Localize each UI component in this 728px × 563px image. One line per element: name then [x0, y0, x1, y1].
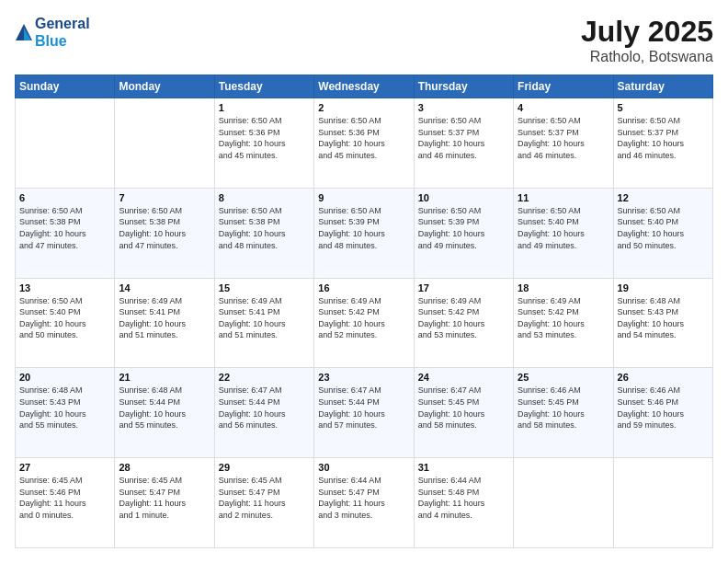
- day-info: Sunrise: 6:48 AM Sunset: 5:43 PM Dayligh…: [618, 295, 709, 341]
- day-cell: 16Sunrise: 6:49 AM Sunset: 5:42 PM Dayli…: [314, 278, 414, 368]
- day-cell: [514, 458, 613, 548]
- week-row-3: 13Sunrise: 6:50 AM Sunset: 5:40 PM Dayli…: [16, 278, 713, 368]
- page: General Blue July 2025 Ratholo, Botswana…: [0, 0, 728, 563]
- day-cell: 8Sunrise: 6:50 AM Sunset: 5:38 PM Daylig…: [214, 188, 313, 278]
- day-info: Sunrise: 6:50 AM Sunset: 5:37 PM Dayligh…: [618, 115, 709, 161]
- day-cell: 20Sunrise: 6:48 AM Sunset: 5:43 PM Dayli…: [16, 368, 115, 458]
- day-cell: 2Sunrise: 6:50 AM Sunset: 5:36 PM Daylig…: [314, 98, 414, 189]
- day-info: Sunrise: 6:49 AM Sunset: 5:42 PM Dayligh…: [518, 295, 609, 341]
- day-cell: 23Sunrise: 6:47 AM Sunset: 5:44 PM Dayli…: [314, 368, 414, 458]
- day-info: Sunrise: 6:50 AM Sunset: 5:39 PM Dayligh…: [418, 205, 509, 251]
- day-number: 20: [19, 372, 110, 383]
- day-cell: 27Sunrise: 6:45 AM Sunset: 5:46 PM Dayli…: [16, 458, 115, 548]
- week-row-4: 20Sunrise: 6:48 AM Sunset: 5:43 PM Dayli…: [16, 368, 713, 458]
- day-info: Sunrise: 6:49 AM Sunset: 5:41 PM Dayligh…: [219, 295, 310, 341]
- day-number: 17: [418, 282, 509, 293]
- day-info: Sunrise: 6:44 AM Sunset: 5:47 PM Dayligh…: [318, 475, 409, 521]
- day-number: 13: [19, 282, 110, 293]
- day-info: Sunrise: 6:48 AM Sunset: 5:43 PM Dayligh…: [19, 385, 110, 431]
- day-info: Sunrise: 6:50 AM Sunset: 5:38 PM Dayligh…: [219, 205, 310, 251]
- day-number: 1: [219, 102, 310, 113]
- day-cell: [613, 458, 712, 548]
- day-cell: 25Sunrise: 6:46 AM Sunset: 5:45 PM Dayli…: [514, 368, 613, 458]
- day-number: 6: [19, 192, 110, 203]
- day-number: 18: [518, 282, 609, 293]
- month-title: July 2025: [581, 15, 713, 49]
- day-number: 28: [119, 462, 210, 473]
- day-cell: 15Sunrise: 6:49 AM Sunset: 5:41 PM Dayli…: [214, 278, 313, 368]
- logo: General Blue: [15, 15, 90, 50]
- day-info: Sunrise: 6:45 AM Sunset: 5:46 PM Dayligh…: [19, 475, 110, 521]
- day-info: Sunrise: 6:49 AM Sunset: 5:41 PM Dayligh…: [119, 295, 210, 341]
- day-info: Sunrise: 6:50 AM Sunset: 5:40 PM Dayligh…: [19, 295, 110, 341]
- day-info: Sunrise: 6:47 AM Sunset: 5:44 PM Dayligh…: [219, 385, 310, 431]
- day-number: 5: [618, 102, 709, 113]
- day-cell: 22Sunrise: 6:47 AM Sunset: 5:44 PM Dayli…: [214, 368, 313, 458]
- day-info: Sunrise: 6:45 AM Sunset: 5:47 PM Dayligh…: [119, 475, 210, 521]
- col-header-thursday: Thursday: [414, 75, 513, 98]
- day-cell: 9Sunrise: 6:50 AM Sunset: 5:39 PM Daylig…: [314, 188, 414, 278]
- day-number: 4: [518, 102, 609, 113]
- location-title: Ratholo, Botswana: [581, 49, 713, 65]
- day-cell: 4Sunrise: 6:50 AM Sunset: 5:37 PM Daylig…: [514, 98, 613, 189]
- day-cell: 5Sunrise: 6:50 AM Sunset: 5:37 PM Daylig…: [613, 98, 712, 189]
- col-header-friday: Friday: [514, 75, 613, 98]
- day-info: Sunrise: 6:45 AM Sunset: 5:47 PM Dayligh…: [219, 475, 310, 521]
- day-info: Sunrise: 6:50 AM Sunset: 5:40 PM Dayligh…: [618, 205, 709, 251]
- day-cell: 26Sunrise: 6:46 AM Sunset: 5:46 PM Dayli…: [613, 368, 712, 458]
- col-header-saturday: Saturday: [613, 75, 712, 98]
- day-info: Sunrise: 6:50 AM Sunset: 5:39 PM Dayligh…: [318, 205, 409, 251]
- day-number: 3: [418, 102, 509, 113]
- day-info: Sunrise: 6:50 AM Sunset: 5:38 PM Dayligh…: [19, 205, 110, 251]
- day-info: Sunrise: 6:50 AM Sunset: 5:37 PM Dayligh…: [418, 115, 509, 161]
- day-number: 8: [219, 192, 310, 203]
- day-cell: 24Sunrise: 6:47 AM Sunset: 5:45 PM Dayli…: [414, 368, 513, 458]
- day-number: 24: [418, 372, 509, 383]
- day-info: Sunrise: 6:49 AM Sunset: 5:42 PM Dayligh…: [418, 295, 509, 341]
- day-cell: 21Sunrise: 6:48 AM Sunset: 5:44 PM Dayli…: [115, 368, 214, 458]
- day-number: 7: [119, 192, 210, 203]
- day-number: 15: [219, 282, 310, 293]
- day-number: 11: [518, 192, 609, 203]
- day-number: 29: [219, 462, 310, 473]
- day-cell: 12Sunrise: 6:50 AM Sunset: 5:40 PM Dayli…: [613, 188, 712, 278]
- day-number: 16: [318, 282, 409, 293]
- day-info: Sunrise: 6:50 AM Sunset: 5:40 PM Dayligh…: [518, 205, 609, 251]
- week-row-2: 6Sunrise: 6:50 AM Sunset: 5:38 PM Daylig…: [16, 188, 713, 278]
- day-cell: 11Sunrise: 6:50 AM Sunset: 5:40 PM Dayli…: [514, 188, 613, 278]
- col-header-monday: Monday: [115, 75, 214, 98]
- day-info: Sunrise: 6:46 AM Sunset: 5:46 PM Dayligh…: [618, 385, 709, 431]
- day-number: 10: [418, 192, 509, 203]
- day-cell: 30Sunrise: 6:44 AM Sunset: 5:47 PM Dayli…: [314, 458, 414, 548]
- day-cell: 13Sunrise: 6:50 AM Sunset: 5:40 PM Dayli…: [16, 278, 115, 368]
- day-info: Sunrise: 6:47 AM Sunset: 5:45 PM Dayligh…: [418, 385, 509, 431]
- day-info: Sunrise: 6:46 AM Sunset: 5:45 PM Dayligh…: [518, 385, 609, 431]
- day-number: 26: [618, 372, 709, 383]
- day-number: 2: [318, 102, 409, 113]
- day-number: 25: [518, 372, 609, 383]
- logo-icon: [15, 23, 33, 41]
- day-info: Sunrise: 6:47 AM Sunset: 5:44 PM Dayligh…: [318, 385, 409, 431]
- day-info: Sunrise: 6:50 AM Sunset: 5:36 PM Dayligh…: [219, 115, 310, 161]
- day-number: 9: [318, 192, 409, 203]
- day-cell: 7Sunrise: 6:50 AM Sunset: 5:38 PM Daylig…: [115, 188, 214, 278]
- week-row-5: 27Sunrise: 6:45 AM Sunset: 5:46 PM Dayli…: [16, 458, 713, 548]
- day-cell: 28Sunrise: 6:45 AM Sunset: 5:47 PM Dayli…: [115, 458, 214, 548]
- week-row-1: 1Sunrise: 6:50 AM Sunset: 5:36 PM Daylig…: [16, 98, 713, 189]
- day-info: Sunrise: 6:48 AM Sunset: 5:44 PM Dayligh…: [119, 385, 210, 431]
- day-info: Sunrise: 6:50 AM Sunset: 5:37 PM Dayligh…: [518, 115, 609, 161]
- day-number: 21: [119, 372, 210, 383]
- day-cell: 14Sunrise: 6:49 AM Sunset: 5:41 PM Dayli…: [115, 278, 214, 368]
- day-number: 30: [318, 462, 409, 473]
- day-cell: 6Sunrise: 6:50 AM Sunset: 5:38 PM Daylig…: [16, 188, 115, 278]
- logo-general: General: [35, 15, 90, 32]
- day-info: Sunrise: 6:50 AM Sunset: 5:38 PM Dayligh…: [119, 205, 210, 251]
- day-info: Sunrise: 6:44 AM Sunset: 5:48 PM Dayligh…: [418, 475, 509, 521]
- day-cell: 29Sunrise: 6:45 AM Sunset: 5:47 PM Dayli…: [214, 458, 313, 548]
- day-number: 19: [618, 282, 709, 293]
- day-cell: 1Sunrise: 6:50 AM Sunset: 5:36 PM Daylig…: [214, 98, 313, 189]
- title-block: July 2025 Ratholo, Botswana: [581, 15, 713, 65]
- col-header-tuesday: Tuesday: [214, 75, 313, 98]
- day-cell: 10Sunrise: 6:50 AM Sunset: 5:39 PM Dayli…: [414, 188, 513, 278]
- day-cell: 19Sunrise: 6:48 AM Sunset: 5:43 PM Dayli…: [613, 278, 712, 368]
